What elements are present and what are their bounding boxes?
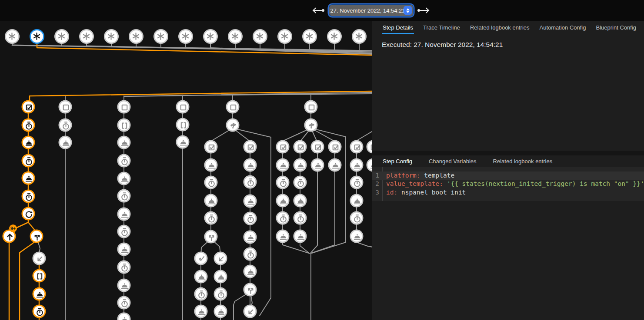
tab-changed-variables[interactable]: Changed Variables [428, 155, 477, 168]
trace-node-service[interactable] [244, 159, 256, 171]
trace-node-asterisk[interactable] [254, 30, 267, 43]
previous-run-button[interactable] [310, 6, 325, 15]
trace-node-service[interactable] [311, 159, 324, 171]
trace-node-service[interactable] [118, 313, 130, 320]
trace-node-service[interactable] [350, 195, 363, 207]
trace-node-service[interactable] [329, 159, 341, 171]
trace-node-checkbox[interactable] [22, 101, 34, 113]
trace-node-timer[interactable] [33, 305, 45, 317]
trace-node-choose[interactable] [227, 119, 239, 131]
trace-node-service[interactable] [350, 230, 363, 242]
trace-node-square[interactable] [177, 101, 189, 113]
trace-node-timer[interactable] [350, 176, 363, 188]
tab-related-logbook-entries[interactable]: Related logbook entries [492, 155, 554, 168]
trace-node-square[interactable] [118, 101, 130, 113]
trace-node-service[interactable] [22, 172, 34, 184]
trace-node-call-split[interactable] [244, 284, 256, 296]
trace-node-timer[interactable] [118, 297, 130, 309]
trace-node-brackets[interactable] [177, 119, 189, 131]
trace-node-asterisk[interactable] [130, 30, 143, 43]
trace-node-service[interactable] [118, 172, 130, 185]
trace-node-call-split[interactable] [205, 231, 217, 243]
trace-node-timer[interactable] [118, 225, 130, 238]
trace-node-timer[interactable] [277, 176, 289, 188]
trace-node-service[interactable] [277, 195, 289, 207]
trace-node-square[interactable] [227, 101, 239, 113]
trace-node-brackets[interactable] [118, 119, 130, 131]
trace-node-service[interactable] [59, 136, 71, 148]
trace-node-service[interactable] [244, 231, 256, 243]
trace-node-asterisk[interactable] [30, 30, 44, 43]
trace-node-service[interactable] [33, 288, 45, 300]
trace-node-service[interactable] [294, 195, 306, 207]
tab-automation-config[interactable]: Automation Config [539, 21, 587, 34]
trace-node-timer[interactable] [294, 212, 306, 224]
trace-node-asterisk[interactable] [229, 30, 242, 43]
trace-node-service[interactable] [244, 265, 256, 277]
trace-node-service[interactable] [118, 243, 130, 255]
trace-node-timer[interactable] [214, 288, 227, 300]
trace-node-service[interactable] [294, 159, 306, 171]
trace-node-service[interactable] [205, 195, 217, 207]
trace-node-asterisk[interactable] [179, 30, 193, 43]
trace-node-service[interactable] [367, 159, 372, 171]
trace-node-choose[interactable] [305, 119, 317, 131]
trace-node-arrow-down-left[interactable] [214, 252, 227, 264]
trace-node-timer[interactable] [277, 212, 289, 224]
trace-node-service[interactable] [205, 159, 217, 171]
trace-node-service[interactable] [277, 230, 289, 242]
trace-node-service[interactable] [294, 230, 306, 242]
trace-node-repeat[interactable] [22, 208, 34, 220]
trace-node-timer[interactable] [244, 176, 256, 188]
trace-node-brackets[interactable] [33, 270, 45, 282]
trace-node-checkbox[interactable] [367, 141, 372, 153]
yaml-code-editor[interactable]: 1platform: template2value_template: '{{ … [372, 167, 644, 201]
trace-node-timer[interactable] [195, 288, 207, 300]
trace-node-timer[interactable] [59, 119, 71, 131]
trace-node-service[interactable] [350, 159, 363, 171]
trace-node-service[interactable] [177, 136, 189, 148]
trace-node-service[interactable] [195, 305, 207, 317]
trace-node-timer[interactable] [22, 119, 34, 131]
trace-node-service[interactable] [22, 136, 34, 148]
trace-node-timer[interactable] [244, 248, 256, 260]
trace-node-arrow-down-left[interactable] [244, 305, 256, 317]
trace-node-checkbox[interactable] [294, 141, 306, 153]
next-run-button[interactable] [417, 6, 431, 15]
trace-node-asterisk[interactable] [328, 30, 341, 43]
trace-node-checkbox[interactable] [244, 141, 256, 153]
trace-node-service[interactable] [118, 279, 130, 291]
trace-node-checkbox[interactable] [350, 141, 363, 153]
tab-related-logbook-entries[interactable]: Related logbook entries [469, 21, 531, 34]
trace-node-service[interactable] [214, 305, 227, 317]
trace-node-check-arrow[interactable] [195, 252, 207, 264]
trace-node-service[interactable] [214, 271, 227, 283]
trace-node-timer[interactable] [294, 176, 306, 188]
trace-node-asterisk[interactable] [55, 30, 69, 43]
tab-step-details[interactable]: Step Details [382, 21, 414, 34]
trace-node-square[interactable] [59, 101, 71, 113]
run-selector[interactable]: 27. November 2022, 14:54:21 [329, 5, 413, 16]
trace-node-asterisk[interactable] [6, 30, 19, 43]
trace-node-timer[interactable] [22, 190, 34, 202]
trace-node-asterisk[interactable] [80, 30, 93, 43]
trace-node-square[interactable] [305, 101, 317, 113]
trace-node-asterisk[interactable] [154, 30, 168, 43]
trace-node-service[interactable] [244, 195, 256, 207]
trace-node-service[interactable] [277, 159, 289, 171]
trace-node-arrow-down-left[interactable] [33, 252, 45, 264]
trace-node-service[interactable] [118, 208, 130, 220]
trace-node-timer[interactable] [118, 190, 130, 202]
trace-node-asterisk[interactable] [105, 30, 118, 43]
trace-node-asterisk[interactable] [204, 30, 217, 43]
trace-node-service[interactable] [195, 271, 207, 283]
tab-blueprint-config[interactable]: Blueprint Config [595, 21, 637, 34]
trace-node-asterisk[interactable] [278, 30, 292, 43]
tab-step-config[interactable]: Step Config [382, 155, 413, 168]
trace-node-checkbox[interactable] [277, 141, 289, 153]
trace-node-timer[interactable] [244, 212, 256, 224]
trace-node-checkbox[interactable] [205, 141, 217, 153]
trace-node-checkbox[interactable] [329, 141, 341, 153]
trace-node-timer[interactable] [118, 261, 130, 273]
tab-trace-timeline[interactable]: Trace Timeline [422, 21, 461, 34]
